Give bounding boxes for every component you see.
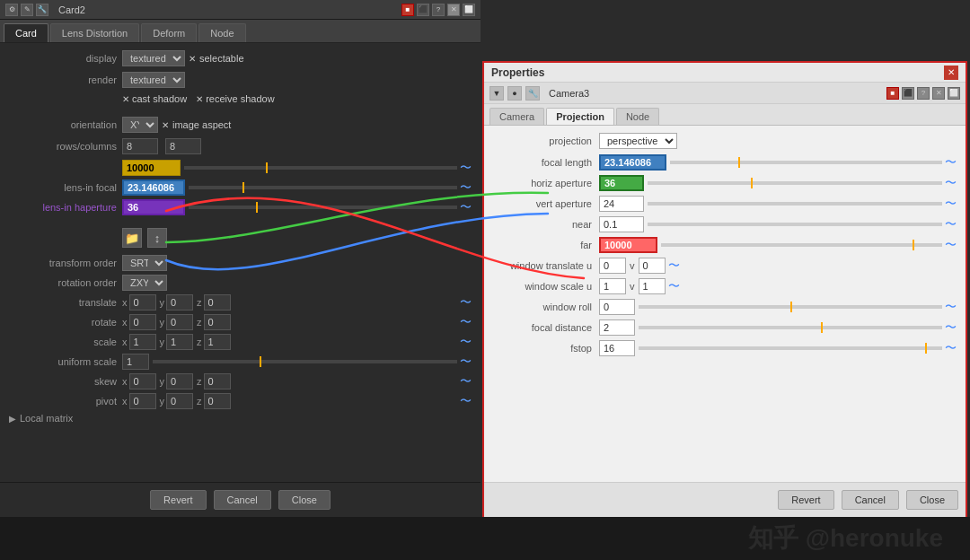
left-btn-close[interactable]: ✕: [447, 4, 460, 16]
win-translate-u[interactable]: [599, 258, 626, 274]
vert-wavy[interactable]: 〜: [945, 196, 957, 212]
pivot-wavy[interactable]: 〜: [460, 393, 472, 409]
render-dropdown[interactable]: textured: [122, 72, 185, 88]
props-cancel-btn[interactable]: Cancel: [842, 490, 899, 510]
props-toolbar-icon2[interactable]: ●: [507, 86, 522, 101]
horiz-wavy[interactable]: 〜: [945, 175, 957, 191]
tab-card[interactable]: Card: [4, 23, 48, 42]
skewz-input[interactable]: [204, 373, 231, 389]
tab-lens-distortion[interactable]: Lens Distortion: [50, 23, 139, 42]
skew-wavy[interactable]: 〜: [460, 373, 472, 389]
props-titlebar: Properties ✕: [484, 63, 966, 83]
props-btn-sq[interactable]: ⬛: [902, 87, 914, 100]
props-btn-red[interactable]: ■: [886, 87, 899, 100]
rows-input[interactable]: [122, 138, 158, 154]
sx-input[interactable]: [129, 334, 156, 350]
props-toolbar-icon3[interactable]: 🔧: [525, 86, 540, 101]
far-left-input[interactable]: [122, 160, 181, 176]
focal-length-input[interactable]: [599, 154, 666, 171]
left-title-icon1[interactable]: ⚙: [5, 4, 18, 16]
pivz-input[interactable]: [204, 393, 231, 409]
vert-aperture-row: vert aperture 〜: [493, 196, 957, 212]
transform-order-dropdown[interactable]: SRT: [122, 255, 167, 271]
tab-node[interactable]: Node: [198, 23, 245, 42]
tx-input[interactable]: [129, 294, 156, 311]
far-wavy-icon[interactable]: 〜: [460, 160, 472, 176]
skewy-input[interactable]: [166, 373, 193, 389]
props-btn-max[interactable]: ⬜: [948, 87, 960, 100]
sz-input[interactable]: [204, 334, 231, 350]
rotate-wavy[interactable]: 〜: [460, 314, 472, 330]
lens-focal-row: lens-in focal 〜: [9, 179, 472, 196]
tz-input[interactable]: [204, 294, 231, 311]
scale-wavy[interactable]: 〜: [460, 334, 472, 350]
uniform-wavy[interactable]: 〜: [460, 354, 472, 370]
roll-wavy[interactable]: 〜: [945, 299, 957, 315]
orient-x-icon: ✕: [162, 120, 169, 130]
left-btn-red[interactable]: ■: [401, 4, 414, 16]
columns-input[interactable]: [165, 138, 201, 154]
close-button[interactable]: Close: [278, 490, 331, 510]
lens-haperture-wavy[interactable]: 〜: [460, 199, 472, 215]
props-btn-x[interactable]: ✕: [932, 87, 945, 100]
win-scale-wavy[interactable]: 〜: [668, 278, 680, 294]
tab-deform[interactable]: Deform: [141, 23, 197, 42]
focal-wavy[interactable]: 〜: [945, 154, 957, 171]
props-revert-btn[interactable]: Revert: [778, 490, 833, 510]
left-title-icon2[interactable]: ✎: [21, 4, 33, 16]
far-wavy[interactable]: 〜: [945, 237, 957, 253]
scale-label: scale: [9, 337, 117, 347]
folder-icon-btn[interactable]: 📁: [122, 228, 142, 248]
near-wavy[interactable]: 〜: [945, 216, 957, 232]
left-title-icon3[interactable]: 🔧: [36, 4, 48, 16]
win-scale-v[interactable]: [639, 278, 666, 294]
local-matrix-arrow[interactable]: ▶: [9, 414, 16, 424]
left-btn-max[interactable]: ⬜: [463, 4, 475, 16]
window-roll-input[interactable]: [599, 299, 635, 315]
skewx-input[interactable]: [129, 373, 156, 389]
win-translate-v[interactable]: [639, 258, 666, 274]
rz-input[interactable]: [204, 314, 231, 330]
fstop-wavy[interactable]: 〜: [945, 340, 957, 356]
uniform-scale-input[interactable]: [122, 354, 149, 370]
props-toolbar-icon1[interactable]: ▼: [489, 86, 504, 101]
cancel-button[interactable]: Cancel: [214, 490, 271, 510]
near-input[interactable]: [599, 216, 644, 232]
vert-aperture-input[interactable]: [599, 196, 644, 212]
win-trans-wavy[interactable]: 〜: [668, 258, 680, 274]
fstop-input[interactable]: [599, 340, 635, 356]
tab-node[interactable]: Node: [616, 108, 659, 125]
pivx-input[interactable]: [129, 393, 156, 409]
win-scale-u[interactable]: [599, 278, 626, 294]
display-dropdown[interactable]: textured: [122, 50, 185, 66]
horiz-aperture-input[interactable]: [599, 175, 644, 191]
pivy-input[interactable]: [166, 393, 193, 409]
props-close-footer-btn[interactable]: Close: [906, 490, 958, 510]
arrows-icon-btn[interactable]: ↕: [147, 228, 167, 248]
props-btn-q[interactable]: ?: [917, 87, 930, 100]
tab-projection[interactable]: Projection: [546, 108, 614, 125]
left-btn-question[interactable]: ?: [432, 4, 445, 16]
rx-input[interactable]: [129, 314, 156, 330]
ry-input[interactable]: [166, 314, 193, 330]
fstop-label: fstop: [493, 343, 592, 354]
sy-input[interactable]: [166, 334, 193, 350]
local-matrix-row: ▶ Local matrix: [9, 413, 472, 424]
props-close-btn[interactable]: ✕: [944, 66, 958, 80]
tab-camera[interactable]: Camera: [489, 108, 544, 125]
focal-distance-input[interactable]: [599, 319, 635, 336]
lens-focal-wavy[interactable]: 〜: [460, 179, 472, 196]
projection-dropdown[interactable]: perspective: [599, 133, 677, 149]
rotation-order-dropdown[interactable]: ZXY: [122, 275, 167, 291]
left-btn-square[interactable]: ⬛: [417, 4, 429, 16]
far-input[interactable]: [599, 237, 657, 253]
selectable-label: selectable: [199, 53, 244, 64]
lens-focal-input[interactable]: [122, 179, 185, 196]
lens-haperture-input[interactable]: [122, 199, 185, 215]
local-matrix-label: Local matrix: [20, 413, 73, 424]
focal-dist-wavy[interactable]: 〜: [945, 319, 957, 336]
translate-wavy[interactable]: 〜: [460, 294, 472, 311]
ty-input[interactable]: [166, 294, 193, 311]
orientation-dropdown[interactable]: XY: [122, 117, 158, 133]
revert-button[interactable]: Revert: [150, 490, 206, 510]
